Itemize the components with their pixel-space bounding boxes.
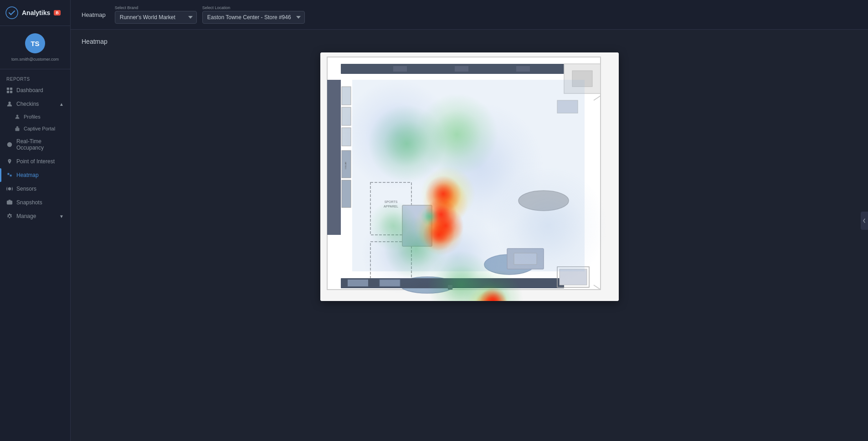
svg-point-11 xyxy=(10,175,11,176)
location-select-wrapper: Select Location Easton Towne Center - St… xyxy=(202,5,305,24)
sidebar-item-realtime[interactable]: Real-Time Occupancy xyxy=(0,135,70,155)
heatmap-container: COLLAB SPORTS APPAREL xyxy=(82,52,857,301)
manage-icon xyxy=(6,213,13,219)
profiles-label: Profiles xyxy=(24,114,41,119)
svg-rect-3 xyxy=(7,91,9,93)
svg-rect-19 xyxy=(516,66,530,72)
svg-rect-43 xyxy=(560,269,587,285)
content-area: Heatmap xyxy=(71,30,868,441)
snapshots-label: Snapshots xyxy=(16,199,42,206)
svg-rect-33 xyxy=(402,205,432,246)
captive-label: Captive Portal xyxy=(24,126,55,131)
user-section: TS tom.smith@customer.com xyxy=(0,26,70,69)
svg-rect-41 xyxy=(448,285,452,290)
content-title: Heatmap xyxy=(82,38,857,45)
sidebar-item-dashboard[interactable]: Dashboard xyxy=(0,83,70,97)
svg-rect-15 xyxy=(327,57,601,290)
location-select-label: Select Location xyxy=(202,5,305,10)
sidebar-item-captive[interactable]: Captive Portal xyxy=(0,123,70,135)
brand-select-wrapper: Select Brand Runner's World Market xyxy=(115,5,197,24)
logo-text: Analytiks xyxy=(22,9,50,16)
snapshots-icon xyxy=(6,199,13,206)
sidebar-item-snapshots[interactable]: Snapshots xyxy=(0,196,70,209)
svg-rect-45 xyxy=(380,280,400,286)
sidebar-item-profiles[interactable]: Profiles xyxy=(0,111,70,123)
svg-rect-17 xyxy=(393,66,407,72)
heatmap-nav-label: Heatmap xyxy=(16,172,39,178)
sidebar-item-poi[interactable]: Point of Interest xyxy=(0,155,70,168)
checkins-label: Checkins xyxy=(16,101,39,107)
checkins-icon xyxy=(6,101,13,107)
heatmap-icon xyxy=(6,172,13,178)
poi-label: Point of Interest xyxy=(16,158,55,165)
floor-plan-svg: COLLAB SPORTS APPAREL xyxy=(320,52,619,301)
nav-section: Reports Dashboard Checkins ▲ Profiles xyxy=(0,69,70,228)
svg-rect-22 xyxy=(327,80,341,235)
svg-rect-38 xyxy=(514,253,537,265)
svg-rect-21 xyxy=(572,71,592,87)
svg-point-0 xyxy=(6,7,18,19)
checkins-chevron: ▲ xyxy=(59,102,64,107)
svg-point-13 xyxy=(9,202,10,203)
sensors-label: Sensors xyxy=(16,186,36,192)
svg-point-6 xyxy=(16,115,19,117)
brand-select[interactable]: Runner's World Market xyxy=(115,11,197,24)
brand-select-label: Select Brand xyxy=(115,5,197,10)
topbar-title: Heatmap xyxy=(82,11,106,18)
realtime-icon xyxy=(6,141,13,148)
main-area: Heatmap Select Brand Runner's World Mark… xyxy=(71,0,868,441)
svg-text:COLLAB: COLLAB xyxy=(344,162,347,169)
sidebar: Analytiks B TS tom.smith@customer.com Re… xyxy=(0,0,71,441)
svg-rect-18 xyxy=(455,66,468,72)
select-group: Select Brand Runner's World Market Selec… xyxy=(115,5,305,24)
captive-icon xyxy=(15,126,20,131)
sensors-icon xyxy=(6,186,13,192)
topbar: Heatmap Select Brand Runner's World Mark… xyxy=(71,0,868,30)
svg-rect-1 xyxy=(7,88,9,90)
svg-rect-23 xyxy=(342,87,351,105)
svg-rect-7 xyxy=(15,128,20,131)
heatmap-wrapper: COLLAB SPORTS APPAREL xyxy=(320,52,619,301)
toggle-chevron-icon xyxy=(863,218,866,223)
svg-rect-4 xyxy=(10,91,12,93)
svg-rect-25 xyxy=(342,128,351,146)
poi-icon xyxy=(6,158,13,165)
profiles-icon xyxy=(15,114,20,119)
svg-point-9 xyxy=(8,173,9,175)
sidebar-item-manage[interactable]: Manage ▼ xyxy=(0,209,70,223)
logo-area: Analytiks B xyxy=(0,0,70,26)
svg-point-36 xyxy=(519,191,569,211)
sidebar-item-heatmap[interactable]: Heatmap xyxy=(0,168,70,182)
location-select[interactable]: Easton Towne Center - Store #946 xyxy=(202,11,305,24)
avatar: TS xyxy=(25,33,45,53)
logo-icon xyxy=(5,6,18,19)
realtime-label: Real-Time Occupancy xyxy=(16,138,64,151)
dashboard-label: Dashboard xyxy=(16,87,43,93)
checkins-subnav: Profiles Captive Portal xyxy=(0,111,70,135)
dashboard-icon xyxy=(6,87,13,93)
svg-rect-24 xyxy=(342,107,351,125)
sidebar-item-checkins[interactable]: Checkins ▲ xyxy=(0,97,70,111)
svg-point-5 xyxy=(8,102,10,104)
user-email: tom.smith@customer.com xyxy=(11,57,59,62)
manage-label: Manage xyxy=(16,213,36,219)
manage-chevron: ▼ xyxy=(59,214,64,219)
svg-text:APPAREL: APPAREL xyxy=(384,205,398,208)
svg-rect-16 xyxy=(341,64,564,74)
svg-rect-39 xyxy=(557,100,578,113)
svg-rect-44 xyxy=(348,280,368,286)
svg-text:SPORTS: SPORTS xyxy=(384,200,397,203)
svg-rect-2 xyxy=(10,88,12,90)
sidebar-item-sensors[interactable]: Sensors xyxy=(0,182,70,196)
heatmap-canvas: COLLAB SPORTS APPAREL xyxy=(320,52,619,301)
logo-badge: B xyxy=(54,10,61,16)
right-panel-toggle[interactable] xyxy=(861,212,868,230)
reports-label: Reports xyxy=(0,74,70,83)
svg-rect-27 xyxy=(342,180,351,208)
